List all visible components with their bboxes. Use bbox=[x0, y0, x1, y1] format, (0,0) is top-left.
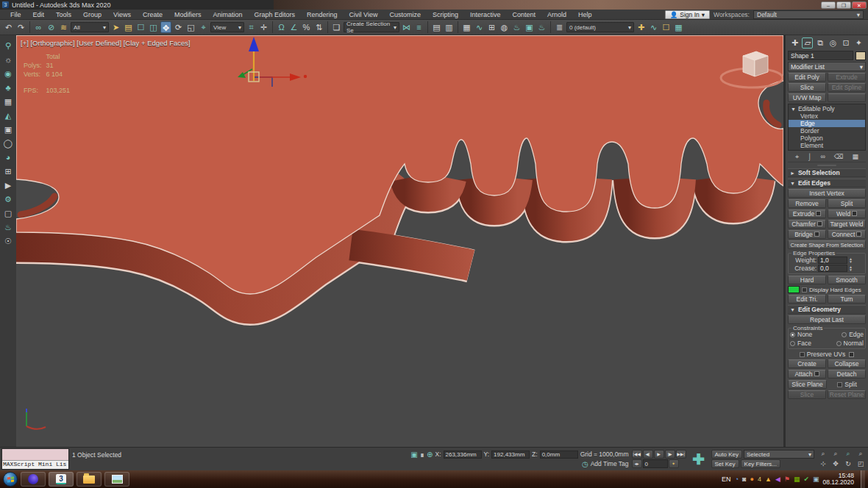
ring-icon[interactable]: ◯ bbox=[4, 139, 13, 148]
select-and-place-icon[interactable]: ⌖ bbox=[198, 21, 209, 33]
zoom-icon[interactable]: ⌕ bbox=[817, 449, 829, 459]
collapse-button[interactable]: Collapse bbox=[828, 359, 866, 368]
preserve-uvs-settings-icon[interactable] bbox=[849, 352, 854, 357]
select-by-name-icon[interactable]: ▤ bbox=[123, 21, 134, 33]
curve-editor-icon[interactable]: ∿ bbox=[474, 21, 485, 33]
select-children-icon[interactable]: ☐ bbox=[661, 21, 672, 33]
workspace-dropdown[interactable]: Default ▾ bbox=[753, 10, 864, 19]
cone-light-icon[interactable]: ◭ bbox=[5, 111, 11, 120]
select-object-icon[interactable]: ➤ bbox=[110, 21, 121, 33]
key-filters-button[interactable]: Key Filters... bbox=[741, 459, 780, 468]
attach-settings-icon[interactable] bbox=[814, 371, 819, 376]
menu-arnold[interactable]: Arnold bbox=[541, 11, 572, 18]
use-pivot-center-icon[interactable]: ⌗ bbox=[246, 21, 257, 33]
show-desktop-button[interactable] bbox=[861, 470, 865, 488]
tray-icon-7[interactable]: ⚑ bbox=[784, 476, 790, 483]
add-layer-icon[interactable]: ✚ bbox=[636, 21, 647, 33]
ribbon-toggle-icon[interactable]: ▦ bbox=[461, 21, 472, 33]
repeat-last-button[interactable]: Repeat Last bbox=[788, 315, 866, 324]
target-weld-button[interactable]: Target Weld bbox=[828, 220, 866, 229]
teapot-icon[interactable]: ♨ bbox=[4, 223, 12, 232]
next-frame-button[interactable]: |▶ bbox=[665, 450, 675, 459]
taskbar-browser[interactable] bbox=[21, 472, 46, 487]
select-and-rotate-icon[interactable]: ⟳ bbox=[173, 21, 184, 33]
grid-panel-icon[interactable]: ▦ bbox=[4, 97, 12, 106]
connect-settings-icon[interactable] bbox=[856, 232, 861, 237]
undo-icon[interactable]: ↶ bbox=[3, 21, 14, 33]
redo-icon[interactable]: ↷ bbox=[15, 21, 26, 33]
bind-spacewarp-icon[interactable]: ≋ bbox=[58, 21, 69, 33]
slice-button[interactable]: Slice bbox=[788, 390, 826, 399]
grid-cross-icon[interactable]: ⊞ bbox=[4, 167, 11, 176]
tab-motion-icon[interactable]: ◎ bbox=[828, 38, 839, 48]
angle-snap-icon[interactable]: ∠ bbox=[288, 21, 299, 33]
mirror-icon[interactable]: ⋈ bbox=[401, 21, 412, 33]
rendered-frame-window-icon[interactable]: ▣ bbox=[524, 21, 535, 33]
tray-icon-8[interactable]: ▦ bbox=[794, 476, 800, 483]
reset-plane-button[interactable]: Reset Plane bbox=[828, 390, 866, 399]
lightbulb-icon[interactable]: ⚲ bbox=[5, 41, 11, 50]
trees-icon[interactable]: ♣ bbox=[5, 83, 10, 92]
align-icon[interactable]: ≡ bbox=[413, 21, 424, 33]
isolate-selection-icon[interactable]: ∿ bbox=[648, 21, 659, 33]
monitor-icon[interactable]: ▢ bbox=[4, 209, 12, 218]
selection-lock-icon[interactable]: ∎ bbox=[420, 451, 424, 459]
panel-splitter[interactable] bbox=[788, 164, 866, 167]
weight-field[interactable]: 1,0 bbox=[818, 256, 847, 264]
listener-input[interactable] bbox=[2, 449, 68, 461]
constraint-normal-radio[interactable] bbox=[836, 341, 842, 346]
show-end-result-icon[interactable]: ⌡ bbox=[808, 153, 811, 161]
select-link-icon[interactable]: ∞ bbox=[33, 21, 44, 33]
snap-toggle-icon[interactable]: Ω bbox=[276, 21, 287, 33]
taskbar-clock[interactable]: 15:48 08.12.2020 bbox=[822, 473, 857, 486]
attach-button[interactable]: Attach bbox=[788, 370, 826, 378]
extrude-modifier-button[interactable]: Extrude bbox=[828, 73, 866, 82]
stack-item-element[interactable]: Element bbox=[789, 142, 865, 149]
key-mode-icon[interactable]: ✦ bbox=[669, 459, 679, 468]
detach-button[interactable]: Detach bbox=[828, 370, 866, 378]
x-coordinate-field[interactable]: 263,336mm bbox=[444, 451, 482, 459]
orbit-icon[interactable]: ↻ bbox=[842, 459, 854, 469]
tray-icon-4[interactable]: 4 bbox=[758, 476, 761, 483]
field-of-view-icon[interactable]: ⊹ bbox=[817, 459, 829, 469]
menu-modifiers[interactable]: Modifiers bbox=[168, 11, 207, 18]
add-time-tag-label[interactable]: Add Time Tag bbox=[591, 460, 629, 467]
remove-modifier-icon[interactable]: ⌫ bbox=[834, 153, 844, 161]
taskbar-photo-viewer[interactable] bbox=[104, 472, 129, 487]
constraint-face-radio[interactable] bbox=[790, 341, 795, 346]
constraint-none-radio[interactable] bbox=[790, 332, 795, 337]
tray-icon-5[interactable]: ▲ bbox=[765, 476, 772, 483]
create-button[interactable]: Create bbox=[788, 359, 826, 368]
tab-create-icon[interactable]: ✚ bbox=[789, 38, 800, 48]
window-crossing-icon[interactable]: ◫ bbox=[148, 21, 159, 33]
camera-icon[interactable]: ◉ bbox=[4, 69, 12, 78]
y-coordinate-field[interactable]: 192,433mm bbox=[491, 451, 530, 459]
layers-stack-icon[interactable]: ▦ bbox=[673, 21, 684, 33]
render-production-icon[interactable]: ♨ bbox=[536, 21, 547, 33]
lamp-icon[interactable]: ☉ bbox=[4, 237, 12, 245]
create-selection-set-dropdown[interactable]: Create Selection Se ▾ bbox=[344, 22, 399, 32]
start-button[interactable] bbox=[3, 472, 18, 487]
menu-tools[interactable]: Tools bbox=[50, 11, 77, 18]
menu-content[interactable]: Content bbox=[506, 11, 541, 18]
taskbar-3ds-max[interactable]: 3 bbox=[49, 472, 74, 487]
spinner-snap-icon[interactable]: ⇅ bbox=[313, 21, 324, 33]
rollout-edit-geometry[interactable]: ▼ Edit Geometry bbox=[788, 305, 866, 314]
key-selection-dropdown[interactable]: Selected ▾ bbox=[744, 450, 814, 459]
image-plane-icon[interactable]: ▣ bbox=[4, 125, 12, 134]
extrude-settings-icon[interactable] bbox=[816, 211, 821, 216]
tray-icon-10[interactable]: ▣ bbox=[813, 476, 819, 483]
menu-group[interactable]: Group bbox=[77, 11, 107, 18]
tab-modify-icon[interactable]: ▱ bbox=[802, 37, 813, 49]
named-selection-sets-icon[interactable]: ❏ bbox=[331, 21, 342, 33]
menu-interactive[interactable]: Interactive bbox=[464, 11, 507, 18]
modifier-list-dropdown[interactable]: Modifier List ▾ bbox=[788, 62, 866, 71]
sign-in-button[interactable]: 👤 Sign In ▾ bbox=[665, 10, 710, 19]
slice-modifier-button[interactable]: Slice bbox=[788, 83, 826, 92]
maximize-button[interactable]: ❐ bbox=[836, 1, 851, 9]
tray-icon-3[interactable]: ● bbox=[750, 476, 754, 483]
menu-scripting[interactable]: Scripting bbox=[427, 11, 464, 18]
scene-explorer-icon[interactable]: ▤ bbox=[431, 21, 442, 33]
edit-poly-button[interactable]: Edit Poly bbox=[788, 73, 826, 82]
select-and-move-icon[interactable]: ✥ bbox=[160, 21, 171, 33]
